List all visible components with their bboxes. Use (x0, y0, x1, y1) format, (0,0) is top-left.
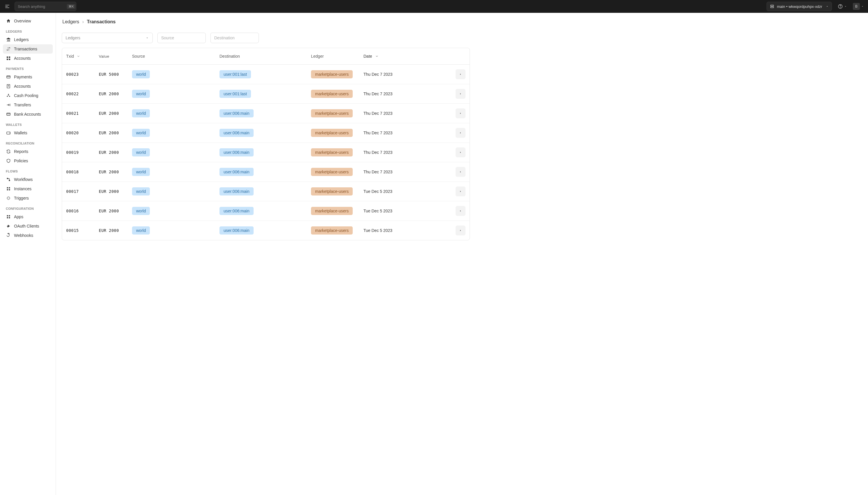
sidebar-item-label: Webhooks (14, 233, 33, 238)
source-pill[interactable]: world (132, 168, 150, 176)
row-expand-button[interactable] (455, 148, 466, 157)
sidebar-item-transactions[interactable]: Transactions (3, 44, 53, 54)
destination-pill[interactable]: user:001:last (219, 90, 251, 98)
filter-source-input[interactable] (157, 33, 206, 43)
sidebar-item-overview[interactable]: Overview (3, 16, 53, 25)
sidebar-item-oauth[interactable]: OAuth Clients (3, 221, 53, 231)
filter-ledgers-placeholder: Ledgers (66, 36, 81, 40)
breadcrumb-current: Transactions (87, 19, 116, 24)
stack-selector[interactable]: main • wkwqordpuhpx-xdzr (767, 2, 832, 11)
ledger-pill[interactable]: marketplace-users (311, 187, 353, 195)
sidebar-item-bank-accounts[interactable]: Bank Accounts (3, 109, 53, 119)
cell-value: EUR 2000 (99, 209, 132, 213)
cell-source: world (132, 129, 219, 137)
flow-icon (6, 177, 11, 182)
global-search[interactable]: ⌘K (15, 2, 77, 11)
row-expand-button[interactable] (455, 206, 466, 216)
sidebar-item-cash-pooling[interactable]: Cash Pooling (3, 91, 53, 100)
cell-txid: 00016 (66, 209, 99, 213)
chevron-down-icon (826, 5, 829, 8)
breadcrumb-separator: › (82, 19, 84, 24)
col-header-date[interactable]: Date (364, 54, 401, 58)
filter-destination-input[interactable] (211, 33, 259, 43)
source-pill[interactable]: world (132, 129, 150, 137)
ledger-pill[interactable]: marketplace-users (311, 90, 353, 98)
help-button[interactable] (836, 4, 849, 9)
ledger-pill[interactable]: marketplace-users (311, 168, 353, 176)
sidebar-item-reports[interactable]: Reports (3, 147, 53, 156)
chevron-down-icon (844, 5, 847, 8)
ledger-pill[interactable]: marketplace-users (311, 70, 353, 79)
chevron-down-icon (861, 5, 864, 8)
ledger-pill[interactable]: marketplace-users (311, 226, 353, 235)
source-pill[interactable]: world (132, 187, 150, 195)
destination-pill[interactable]: user:006:main (219, 129, 254, 137)
sidebar-item-transfers[interactable]: Transfers (3, 100, 53, 109)
sidebar-item-ledgers[interactable]: Ledgers (3, 35, 53, 44)
svg-point-18 (9, 96, 10, 97)
sidebar-item-apps[interactable]: Apps (3, 212, 53, 221)
row-expand-button[interactable] (455, 69, 466, 79)
sidebar-item-label: Wallets (14, 131, 27, 135)
row-expand-button[interactable] (455, 225, 466, 235)
destination-pill[interactable]: user:006:main (219, 187, 254, 195)
sidebar-item-wallets[interactable]: Wallets (3, 128, 53, 137)
cell-value: EUR 2000 (99, 170, 132, 174)
cell-date: Tue Dec 5 2023 (364, 228, 401, 233)
user-menu[interactable]: B (853, 3, 864, 10)
cell-ledger: marketplace-users (311, 129, 364, 137)
sidebar-item-policies[interactable]: Policies (3, 156, 53, 166)
cell-actions (401, 206, 466, 216)
hook-icon (6, 233, 11, 238)
sidebar-item-webhooks[interactable]: Webhooks (3, 231, 53, 240)
source-pill[interactable]: world (132, 226, 150, 235)
wallet-icon (6, 130, 11, 135)
source-pill[interactable]: world (132, 90, 150, 98)
sidebar-item-accounts[interactable]: Accounts (3, 54, 53, 63)
row-expand-button[interactable] (455, 89, 466, 99)
destination-pill[interactable]: user:006:main (219, 207, 254, 215)
destination-pill[interactable]: user:001:last (219, 70, 251, 79)
cell-ledger: marketplace-users (311, 187, 364, 195)
cell-source: world (132, 70, 219, 79)
destination-pill[interactable]: user:006:main (219, 148, 254, 156)
sidebar-item-triggers[interactable]: Triggers (3, 193, 53, 203)
cell-date: Thu Dec 7 2023 (364, 91, 401, 96)
source-pill[interactable]: world (132, 70, 150, 79)
menu-toggle-button[interactable] (4, 3, 11, 10)
destination-pill[interactable]: user:006:main (219, 226, 254, 235)
table-row: 00021EUR 2000worlduser:006:mainmarketpla… (62, 104, 470, 123)
row-expand-button[interactable] (455, 167, 466, 177)
col-header-txid[interactable]: Txid (66, 54, 99, 58)
sidebar-item-pay-accounts[interactable]: Accounts (3, 82, 53, 91)
sidebar-item-instances[interactable]: Instances (3, 184, 53, 193)
destination-pill[interactable]: user:006:main (219, 168, 254, 176)
cell-ledger: marketplace-users (311, 226, 364, 235)
source-pill[interactable]: world (132, 109, 150, 117)
source-pill[interactable]: world (132, 148, 150, 156)
breadcrumb-root[interactable]: Ledgers (62, 19, 79, 24)
sidebar-item-label: Workflows (14, 177, 33, 182)
ledger-pill[interactable]: marketplace-users (311, 109, 353, 117)
row-expand-button[interactable] (455, 128, 466, 138)
card2-icon (6, 112, 11, 117)
filter-ledgers-select[interactable]: Ledgers (62, 33, 153, 43)
source-pill[interactable]: world (132, 207, 150, 215)
ledger-pill[interactable]: marketplace-users (311, 129, 353, 137)
chevron-right-icon (459, 190, 462, 193)
cell-txid: 00021 (66, 111, 99, 116)
svg-rect-7 (7, 56, 8, 58)
ledger-pill[interactable]: marketplace-users (311, 207, 353, 215)
cell-actions (401, 148, 466, 157)
row-expand-button[interactable] (455, 108, 466, 118)
destination-pill[interactable]: user:006:main (219, 109, 254, 117)
sidebar-item-workflows[interactable]: Workflows (3, 175, 53, 184)
table-row: 00022EUR 2000worlduser:001:lastmarketpla… (62, 84, 470, 104)
ledger-pill[interactable]: marketplace-users (311, 148, 353, 156)
row-expand-button[interactable] (455, 186, 466, 197)
search-input[interactable] (18, 4, 67, 9)
sidebar-item-payments[interactable]: Payments (3, 72, 53, 82)
svg-point-32 (8, 234, 9, 234)
chevron-right-icon (459, 92, 462, 95)
svg-rect-10 (9, 58, 10, 60)
